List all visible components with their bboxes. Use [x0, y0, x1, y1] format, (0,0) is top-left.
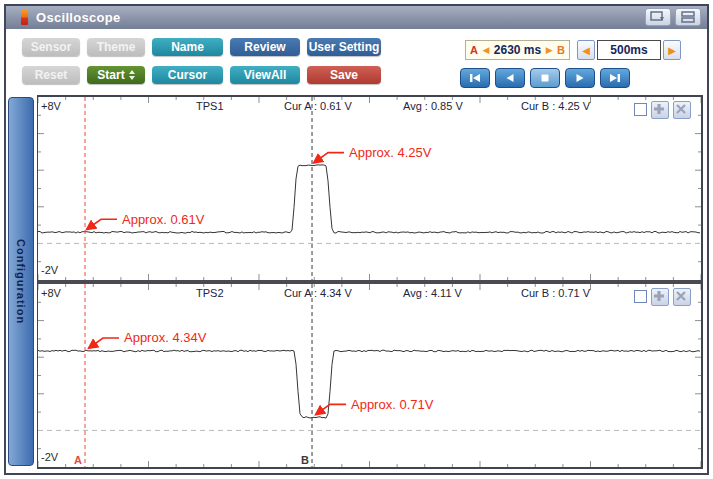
- plus-icon: [652, 102, 666, 116]
- reset-button[interactable]: Reset: [22, 66, 80, 84]
- annotation-arrow: [316, 404, 346, 414]
- main-content: Sensor Theme Name Review User Setting Re…: [6, 29, 707, 473]
- tps1-close-button[interactable]: [673, 101, 691, 119]
- split-layout-button[interactable]: [675, 8, 701, 26]
- tps2-vmax-label: +8V: [41, 287, 61, 299]
- theme-button[interactable]: Theme: [87, 38, 145, 56]
- channel-tps2: ABApprox. 4.34VApprox. 0.71V +8V TPS2 Cu…: [38, 284, 701, 467]
- left-arrow-icon: ◀: [582, 45, 590, 56]
- window-title: Oscilloscope: [36, 10, 121, 25]
- oscilloscope-window: Oscilloscope Sensor Theme Name Review Us…: [4, 4, 709, 475]
- tps1-cursor-a-value: Cur A : 0.61 V: [284, 100, 352, 112]
- cursor-b-bottom-label: B: [301, 454, 309, 466]
- skip-to-end-button[interactable]: [600, 68, 630, 88]
- skip-to-start-icon: [469, 73, 481, 83]
- cursor-a-label: A: [470, 44, 478, 56]
- a-left-arrow-icon[interactable]: ◀: [482, 45, 489, 55]
- close-icon: [674, 102, 688, 116]
- annotation-label: Approx. 0.71V: [351, 397, 434, 412]
- skip-to-start-button[interactable]: [460, 68, 490, 88]
- review-button[interactable]: Review: [230, 38, 300, 56]
- tps2-zoom-button[interactable]: [651, 288, 669, 306]
- configuration-tab[interactable]: Configuration: [8, 97, 34, 466]
- tps1-name-label: TPS1: [196, 100, 224, 112]
- step-forward-icon: [575, 73, 585, 83]
- tps2-visible-checkbox[interactable]: [634, 290, 647, 303]
- tps2-avg-value: Avg : 4.11 V: [403, 287, 462, 299]
- channel-tps1: Approx. 0.61VApprox. 4.25V +8V TPS1 Cur …: [38, 97, 701, 280]
- timebase-decrease-button[interactable]: ◀: [577, 40, 595, 60]
- annotation-label: Approx. 0.61V: [122, 212, 205, 227]
- configuration-tab-label: Configuration: [15, 239, 27, 324]
- stop-icon: [540, 73, 550, 83]
- sensor-button[interactable]: Sensor: [22, 38, 80, 56]
- tps2-name-label: TPS2: [196, 287, 224, 299]
- scope-plot-area: Approx. 0.61VApprox. 4.25V +8V TPS1 Cur …: [37, 95, 703, 469]
- panel-view-icon: [650, 11, 666, 23]
- name-button[interactable]: Name: [152, 38, 223, 56]
- stop-button[interactable]: [530, 68, 560, 88]
- annotation-label: Approx. 4.34V: [124, 330, 207, 345]
- annotation-arrow: [87, 219, 117, 229]
- tps1-header: +8V TPS1 Cur A : 0.61 V Avg : 0.85 V Cur…: [38, 99, 701, 121]
- tps2-cursor-b-value: Cur B : 0.71 V: [521, 287, 590, 299]
- start-button[interactable]: Start: [87, 66, 145, 84]
- title-bar: Oscilloscope: [6, 6, 707, 29]
- tps2-vmin-label: -2V: [41, 451, 58, 463]
- tps2-cursor-a-value: Cur A : 4.34 V: [284, 287, 352, 299]
- b-right-arrow-icon[interactable]: ▶: [546, 45, 553, 55]
- split-layout-icon: [681, 11, 695, 23]
- cursor-b-label: B: [557, 44, 565, 56]
- timebase-value[interactable]: 500ms: [597, 40, 661, 60]
- cursor-a-bottom-label: A: [74, 454, 82, 466]
- tps1-waveform-display[interactable]: Approx. 0.61VApprox. 4.25V: [38, 97, 701, 280]
- save-button[interactable]: Save: [307, 66, 381, 84]
- tps2-waveform-display[interactable]: ABApprox. 4.34VApprox. 0.71V: [38, 284, 701, 467]
- close-icon: [674, 289, 688, 303]
- ab-interval-value: 2630 ms: [494, 43, 541, 57]
- user-setting-button[interactable]: User Setting: [307, 38, 381, 56]
- step-forward-button[interactable]: [565, 68, 595, 88]
- cursor-button[interactable]: Cursor: [152, 66, 223, 84]
- tps2-close-button[interactable]: [673, 288, 691, 306]
- tps1-vmin-label: -2V: [41, 264, 58, 276]
- tps1-zoom-button[interactable]: [651, 101, 669, 119]
- tps2-header: +8V TPS2 Cur A : 4.34 V Avg : 4.11 V Cur…: [38, 286, 701, 308]
- step-back-button[interactable]: [495, 68, 525, 88]
- plus-icon: [652, 289, 666, 303]
- annotation-arrow: [314, 153, 344, 163]
- ab-interval-box[interactable]: A ◀ 2630 ms ▶ B: [465, 40, 570, 60]
- tps1-vmax-label: +8V: [41, 100, 61, 112]
- annotation-label: Approx. 4.25V: [349, 145, 432, 160]
- app-icon: [21, 10, 28, 25]
- start-button-label: Start: [97, 68, 124, 82]
- tps1-avg-value: Avg : 0.85 V: [403, 100, 463, 112]
- right-arrow-icon: ▶: [668, 45, 676, 56]
- start-spinner-icon: [129, 70, 135, 80]
- annotation-arrow: [89, 338, 119, 348]
- panel-view-button[interactable]: [645, 8, 671, 26]
- tps1-visible-checkbox[interactable]: [634, 103, 647, 116]
- step-back-icon: [505, 73, 515, 83]
- viewall-button[interactable]: ViewAll: [230, 66, 300, 84]
- timebase-increase-button[interactable]: ▶: [663, 40, 681, 60]
- skip-to-end-icon: [609, 73, 621, 83]
- tps1-cursor-b-value: Cur B : 4.25 V: [521, 100, 590, 112]
